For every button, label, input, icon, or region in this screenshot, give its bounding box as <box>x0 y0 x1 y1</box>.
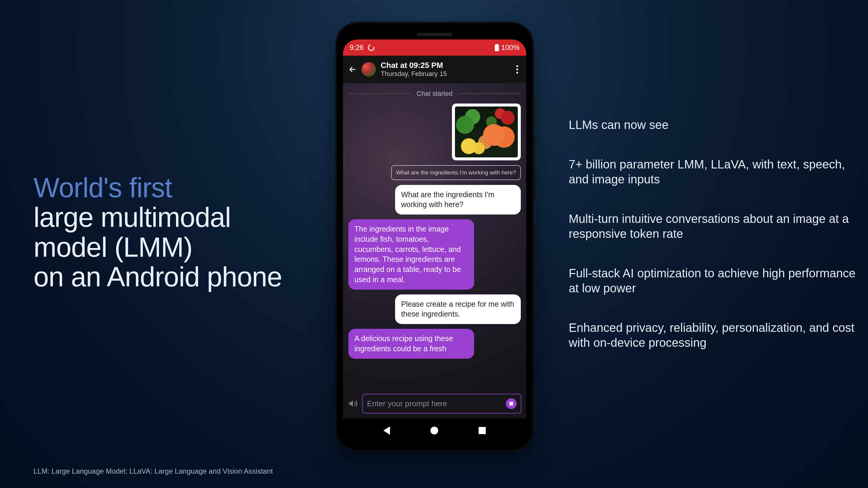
image-attachment[interactable] <box>452 103 521 160</box>
user-message-bubble: What are the ingredients I'm working wit… <box>395 185 521 215</box>
phone-side-button <box>533 136 534 199</box>
title-line-3: model (LMM) <box>33 232 192 262</box>
status-time: 9:26 <box>350 43 364 52</box>
phone-side-button <box>533 95 534 127</box>
nav-home-icon[interactable] <box>430 427 438 434</box>
message-row: A delicious recipe using these ingredien… <box>348 329 521 359</box>
quoted-prompt-bubble: What are the ingredients I'm working wit… <box>391 165 521 180</box>
title-accent: World's first <box>33 172 172 203</box>
phone-speaker <box>416 33 453 36</box>
chat-title: Chat at 09:25 PM <box>381 61 509 70</box>
assistant-message-bubble: A delicious recipe using these ingredien… <box>348 329 474 359</box>
chat-started-divider: Chat started <box>348 90 521 98</box>
nav-recent-icon[interactable] <box>478 427 486 434</box>
message-row <box>348 103 521 160</box>
prompt-input[interactable]: Enter your prompt here <box>362 394 521 414</box>
phone-screen: 9:26 100% Chat at 09:25 PM Thursday, Feb… <box>343 39 526 443</box>
stop-button[interactable] <box>506 398 517 409</box>
overflow-menu-icon[interactable] <box>514 65 521 74</box>
back-arrow-icon[interactable] <box>348 65 357 74</box>
bullet-item: LLMs can now see <box>569 117 856 132</box>
phone-device: 9:26 100% Chat at 09:25 PM Thursday, Feb… <box>336 23 533 451</box>
status-battery: 100% <box>501 43 520 52</box>
status-bar: 9:26 100% <box>343 39 526 56</box>
message-row: Please create a recipe for me with these… <box>348 294 521 324</box>
assistant-message-bubble: The ingredients in the image include fis… <box>348 219 474 290</box>
title-line-4: on an Android phone <box>33 261 282 292</box>
divider-label: Chat started <box>416 90 453 98</box>
chat-titles: Chat at 09:25 PM Thursday, February 15 <box>381 61 509 78</box>
speaker-icon[interactable] <box>348 398 358 409</box>
chat-subtitle: Thursday, February 15 <box>381 70 509 78</box>
android-nav-bar <box>343 418 526 443</box>
app-indicator-icon <box>367 43 376 52</box>
footnote: LLM: Large Language Model; LLaVA: Large … <box>33 467 273 476</box>
slide: World's first large multimodal model (LM… <box>0 0 868 488</box>
stop-icon <box>509 402 513 405</box>
bullet-item: Multi-turn intuitive conversations about… <box>569 211 856 241</box>
bullet-item: Full-stack AI optimization to achieve hi… <box>569 266 856 296</box>
bullet-item: 7+ billion parameter LMM, LLaVA, with te… <box>569 157 856 187</box>
chat-body: Chat started What are the ingredients I'… <box>343 83 526 389</box>
bullet-item: Enhanced privacy, reliability, personali… <box>569 320 856 350</box>
title-line-2: large multimodal <box>33 202 231 232</box>
avatar[interactable] <box>362 62 376 76</box>
nav-back-icon[interactable] <box>383 426 390 435</box>
message-row: The ingredients in the image include fis… <box>348 219 521 290</box>
bullets-list: LLMs can now see 7+ billion parameter LM… <box>569 117 856 350</box>
title-block: World's first large multimodal model (LM… <box>33 173 327 292</box>
app-bar: Chat at 09:25 PM Thursday, February 15 <box>343 56 526 83</box>
message-row: What are the ingredients I'm working wit… <box>348 185 521 215</box>
input-row: Enter your prompt here <box>343 389 526 418</box>
message-row: What are the ingredients I'm working wit… <box>348 165 521 180</box>
battery-icon <box>495 44 499 51</box>
user-message-bubble: Please create a recipe for me with these… <box>395 294 521 324</box>
ingredients-image <box>455 106 518 157</box>
prompt-placeholder: Enter your prompt here <box>367 399 447 409</box>
